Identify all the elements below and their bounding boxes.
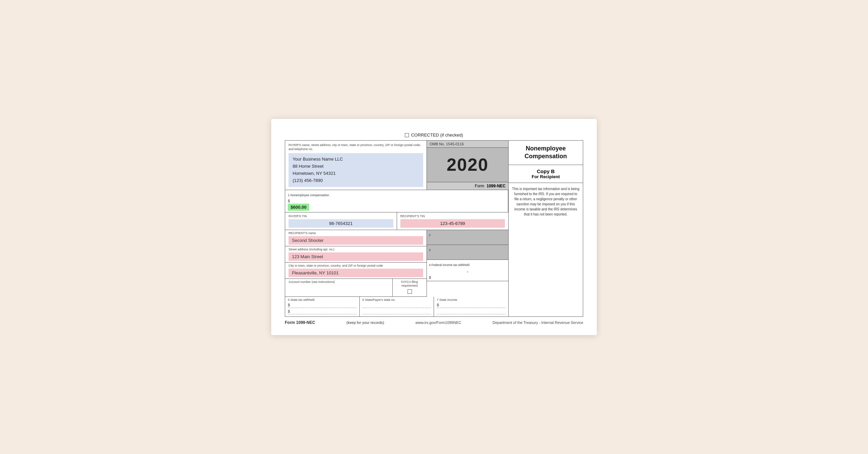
- payer-street: 88 Home Street: [293, 163, 419, 170]
- corrected-checkbox[interactable]: [405, 133, 409, 137]
- box1-value: $600.00: [288, 204, 309, 211]
- copy-b-text: Copy B: [512, 168, 579, 174]
- box2: 2: [427, 230, 508, 245]
- state5-dollar1: $: [288, 303, 357, 308]
- city-value: Pleasantville, NY 10101: [289, 269, 423, 277]
- street-label: Street address (including apt. no.): [289, 248, 423, 251]
- form-name-row: Form 1099-NEC: [427, 182, 508, 190]
- payer-city-state-zip: Hometown, NY 54321: [293, 170, 419, 177]
- city-row: City or town, state or province, country…: [285, 263, 427, 279]
- box1-row: 1 Nonemployee compensation $ $600.00: [285, 190, 508, 212]
- form-container: PAYER'S name, street address, city or to…: [285, 140, 583, 317]
- recipient-name-label: RECIPIENT'S name: [289, 231, 423, 235]
- payer-tin-value: 98-7654321: [289, 219, 393, 228]
- left-fields: RECIPIENT'S name Second Shooter Street a…: [285, 230, 427, 297]
- box4-dollar: $: [429, 275, 506, 280]
- omb-number: OMB No. 1545-0116: [427, 141, 508, 148]
- box1-dollar: $: [288, 199, 505, 203]
- box2-label: 2: [429, 233, 431, 237]
- footer-center: (keep for your records): [347, 321, 384, 325]
- footer-form-label: Form: [285, 320, 295, 325]
- payer-block: PAYER'S name, street address, city or to…: [285, 141, 427, 190]
- recipient-name-value: Second Shooter: [289, 236, 423, 245]
- street-row: Street address (including apt. no.) 123 …: [285, 246, 427, 263]
- payer-tin-cell: PAYER'S TIN 98-7654321: [285, 212, 397, 230]
- copy-b-section: Copy B For Recipient: [509, 165, 583, 183]
- tin-row: PAYER'S TIN 98-7654321 RECIPIENT'S TIN 1…: [285, 212, 508, 230]
- right-disclaimer: This is important tax information and is…: [509, 183, 583, 316]
- right-boxes: 2 3 4 Federal income tax withheld - $: [427, 230, 508, 297]
- box4-label: 4 Federal income tax withheld: [429, 263, 470, 267]
- account-cell: Account number (see instructions): [285, 279, 393, 296]
- state7-label: 7 State income: [437, 298, 506, 302]
- corrected-label: CORRECTED (if checked): [411, 132, 463, 138]
- state6-label: 6 State/Payer's state no.: [362, 298, 431, 302]
- city-label: City or town, state or province, country…: [289, 264, 423, 267]
- recipient-name-row: RECIPIENT'S name Second Shooter: [285, 230, 427, 246]
- state5-dollar2: $: [288, 309, 357, 314]
- street-value: 123 Main Street: [289, 252, 423, 261]
- footer-left: Form 1099-NEC: [285, 320, 315, 325]
- fatca-checkbox[interactable]: [408, 289, 412, 294]
- state-row: 5 State tax withheld $ $ 6 State/Payer's…: [285, 297, 508, 316]
- fatca-account-row: Account number (see instructions) FATCA …: [285, 279, 427, 297]
- right-panel: Nonemployee Compensation Copy B For Reci…: [508, 141, 583, 316]
- main-section: PAYER'S name, street address, city or to…: [285, 141, 508, 316]
- footer-department: Department of the Treasury - Internal Re…: [493, 321, 583, 325]
- payer-tin-label: PAYER'S TIN: [289, 214, 393, 218]
- mid-section: RECIPIENT'S name Second Shooter Street a…: [285, 230, 508, 297]
- form-number-top: 1099-NEC: [487, 184, 506, 188]
- box1-label: 1 Nonemployee compensation: [288, 193, 329, 197]
- form-title: Nonemployee Compensation: [512, 145, 579, 161]
- form-footer: Form 1099-NEC (keep for your records) ww…: [285, 318, 583, 325]
- box4-value: -: [429, 269, 506, 274]
- recipient-tin-cell: RECIPIENT'S TIN 123-45-6789: [397, 212, 509, 230]
- state7-cell: 7 State income $ -: [434, 297, 508, 316]
- footer-form-number: 1099-NEC: [296, 320, 315, 325]
- page-wrapper: CORRECTED (if checked) PAYER'S name, str…: [271, 119, 597, 335]
- state5-label: 5 State tax withheld: [288, 298, 357, 302]
- payer-label: PAYER'S name, street address, city or to…: [289, 143, 423, 151]
- state6-cell: 6 State/Payer's state no. - -: [360, 297, 434, 316]
- omb-year-block: OMB No. 1545-0116 2020 Form 1099-NEC: [427, 141, 508, 190]
- state7-dollar: $: [437, 303, 506, 308]
- right-title: Nonemployee Compensation: [509, 141, 583, 165]
- top-row: PAYER'S name, street address, city or to…: [285, 141, 508, 190]
- account-label: Account number (see instructions): [289, 280, 389, 284]
- payer-address-box: Your Business Name LLC 88 Home Street Ho…: [289, 153, 423, 187]
- fatca-cell: FATCA filing requirement: [393, 279, 427, 296]
- year-block: 2020: [427, 148, 508, 182]
- recipient-tin-label: RECIPIENT'S TIN: [400, 214, 505, 218]
- box3: 3: [427, 245, 508, 260]
- state5-cell: 5 State tax withheld $ $: [285, 297, 360, 316]
- for-recipient-text: For Recipient: [512, 174, 579, 179]
- fatca-label: FATCA filing requirement: [395, 280, 425, 288]
- corrected-header: CORRECTED (if checked): [285, 132, 583, 138]
- form-label-top: Form: [475, 184, 484, 188]
- recipient-tin-value: 123-45-6789: [400, 219, 505, 228]
- box4-cell: 4 Federal income tax withheld - $: [427, 260, 508, 281]
- payer-phone: (123) 456-7890: [293, 177, 419, 184]
- year-display: 2020: [447, 154, 489, 175]
- box3-label: 3: [429, 248, 431, 252]
- payer-business-name: Your Business Name LLC: [293, 156, 419, 163]
- footer-url: www.irs.gov/Form1099NEC: [415, 321, 461, 325]
- box1-cell: 1 Nonemployee compensation $ $600.00: [285, 190, 508, 212]
